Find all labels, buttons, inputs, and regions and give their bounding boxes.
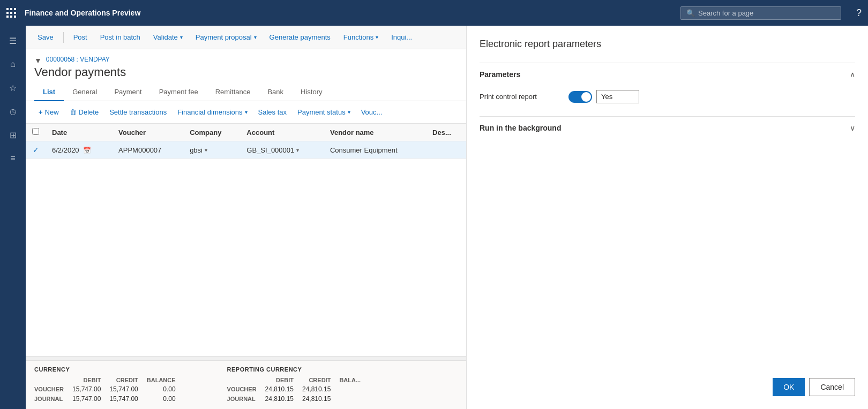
app-title: Finance and Operations Preview bbox=[25, 9, 674, 17]
tab-list[interactable]: List bbox=[34, 84, 64, 101]
credit-col-header: CREDIT bbox=[109, 376, 146, 384]
save-button[interactable]: Save bbox=[32, 30, 59, 44]
search-icon: 🔍 bbox=[686, 9, 695, 17]
validate-arrow: ▾ bbox=[180, 34, 183, 40]
tab-general[interactable]: General bbox=[64, 84, 106, 101]
post-button[interactable]: Post bbox=[68, 30, 93, 44]
journal-debit: 15,747.00 bbox=[72, 394, 109, 404]
company-value: gbsi bbox=[190, 146, 203, 154]
tab-bank[interactable]: Bank bbox=[259, 84, 292, 101]
date-value: 6/2/2020 bbox=[52, 146, 79, 154]
functions-button[interactable]: Functions ▾ bbox=[338, 30, 384, 44]
report-credit-col-header: CREDIT bbox=[302, 376, 339, 384]
report-voucher-balance bbox=[339, 384, 369, 394]
ok-button[interactable]: OK bbox=[773, 378, 805, 396]
sidebar-item-home[interactable]: ⌂ bbox=[2, 54, 24, 75]
voucher-debit: 15,747.00 bbox=[72, 384, 109, 394]
report-journal-label: JOURNAL bbox=[227, 394, 265, 404]
print-control-toggle[interactable] bbox=[568, 91, 592, 103]
run-background-section-title: Run in the background bbox=[480, 124, 561, 132]
row-vendor-name: Consumer Equipment bbox=[324, 141, 426, 159]
balance-col-header: BALANCE bbox=[147, 376, 184, 384]
row-voucher: APPM000007 bbox=[112, 141, 183, 159]
row-check-cell[interactable]: ✓ bbox=[26, 141, 46, 159]
calendar-icon[interactable]: 📅 bbox=[83, 147, 91, 154]
electronic-report-panel: Electronic report parameters Parameters … bbox=[466, 26, 868, 409]
run-background-section: Run in the background bbox=[480, 116, 855, 139]
checkmark-icon: ✓ bbox=[33, 146, 39, 154]
report-journal-credit: 24,810.15 bbox=[302, 394, 339, 404]
journal-credit: 15,747.00 bbox=[109, 394, 146, 404]
payment-status-button[interactable]: Payment status ▾ bbox=[293, 105, 355, 119]
post-batch-button[interactable]: Post in batch bbox=[95, 30, 146, 44]
sidebar-item-workspaces[interactable]: ⊞ bbox=[2, 124, 24, 146]
description-col-header: Des... bbox=[426, 124, 466, 141]
sidebar-item-recent[interactable]: ◷ bbox=[2, 101, 24, 122]
new-button[interactable]: + New bbox=[34, 105, 63, 119]
delete-button[interactable]: 🗑 Delete bbox=[65, 105, 103, 119]
row-date: 6/2/2020 📅 bbox=[46, 141, 112, 159]
select-all-checkbox[interactable] bbox=[32, 128, 39, 135]
report-journal-row: JOURNAL 24,810.15 24,810.15 bbox=[227, 394, 370, 404]
parameters-section-header[interactable]: Parameters bbox=[480, 63, 855, 86]
sidebar-item-favorites[interactable]: ☆ bbox=[2, 77, 24, 99]
payment-status-label: Payment status bbox=[297, 108, 346, 116]
debit-col-header: DEBIT bbox=[72, 376, 109, 384]
validate-button[interactable]: Validate ▾ bbox=[148, 30, 188, 44]
cancel-button[interactable]: Cancel bbox=[809, 378, 855, 396]
filter-icon[interactable]: ▼ bbox=[34, 56, 42, 65]
run-background-chevron-down-icon bbox=[850, 123, 855, 133]
financial-dimensions-button[interactable]: Financial dimensions ▾ bbox=[173, 105, 251, 119]
help-icon[interactable]: ? bbox=[856, 7, 862, 19]
table-row[interactable]: ✓ 6/2/2020 📅 APPM000007 gbsi ▾ bbox=[26, 141, 466, 159]
report-debit-col-header: DEBIT bbox=[265, 376, 302, 384]
horizontal-scrollbar[interactable] bbox=[26, 356, 466, 360]
settle-transactions-button[interactable]: Settle transactions bbox=[105, 105, 171, 119]
separator-1 bbox=[63, 32, 64, 43]
company-dropdown-arrow[interactable]: ▾ bbox=[205, 147, 207, 153]
financial-dim-arrow: ▾ bbox=[245, 109, 248, 115]
tab-payment-fee[interactable]: Payment fee bbox=[151, 84, 207, 101]
post-batch-label: Post in batch bbox=[100, 33, 140, 41]
row-description bbox=[426, 141, 466, 159]
content-pane: Save Post Post in batch Validate ▾ Payme… bbox=[26, 26, 466, 409]
payment-proposal-arrow: ▾ bbox=[254, 34, 257, 40]
tab-remittance[interactable]: Remittance bbox=[207, 84, 259, 101]
sidebar-item-modules[interactable]: ≡ bbox=[2, 148, 24, 169]
inquire-button[interactable]: Inqui... bbox=[386, 30, 417, 44]
vendor-name-col-header: Vendor name bbox=[324, 124, 426, 141]
account-dropdown-arrow[interactable]: ▾ bbox=[296, 147, 299, 153]
tab-history[interactable]: History bbox=[292, 84, 331, 101]
account-value: GB_SI_000001 bbox=[246, 146, 294, 154]
parameters-section-title: Parameters bbox=[480, 70, 520, 79]
generate-payments-button[interactable]: Generate payments bbox=[264, 30, 336, 44]
currency-section-title: CURRENCY bbox=[34, 366, 184, 373]
print-control-toggle-container bbox=[568, 90, 639, 103]
print-control-field-row: Print control report bbox=[480, 90, 855, 103]
company-col-header: Company bbox=[183, 124, 240, 141]
search-bar[interactable]: 🔍 Search for a page bbox=[680, 6, 841, 20]
parameters-section-body: Print control report bbox=[480, 86, 855, 116]
main-area: ☰ ⌂ ☆ ◷ ⊞ ≡ Save Post Post in batch Vali… bbox=[0, 26, 868, 409]
vouch-button[interactable]: Vouc... bbox=[357, 105, 387, 119]
journal-row-label: JOURNAL bbox=[34, 394, 72, 404]
app-grid-icon[interactable] bbox=[6, 8, 16, 18]
payment-proposal-button[interactable]: Payment proposal ▾ bbox=[190, 30, 262, 44]
sidebar-item-hamburger[interactable]: ☰ bbox=[2, 30, 24, 51]
tabs: List General Payment Payment fee Remitta… bbox=[26, 84, 466, 101]
tab-payment[interactable]: Payment bbox=[106, 84, 150, 101]
data-table: Date Voucher Company Account Vendor name… bbox=[26, 124, 466, 159]
plus-icon: + bbox=[39, 108, 43, 116]
sales-tax-button[interactable]: Sales tax bbox=[254, 105, 291, 119]
command-bar: Save Post Post in batch Validate ▾ Payme… bbox=[26, 26, 466, 49]
run-background-section-header[interactable]: Run in the background bbox=[480, 117, 855, 139]
functions-label: Functions bbox=[343, 33, 373, 41]
report-voucher-row: VOUCHER 24,810.15 24,810.15 bbox=[227, 384, 370, 394]
report-balance-col-header: BALA... bbox=[339, 376, 369, 384]
voucher-balance: 0.00 bbox=[147, 384, 184, 394]
print-control-text-input[interactable] bbox=[596, 90, 639, 103]
report-voucher-credit: 24,810.15 bbox=[302, 384, 339, 394]
report-journal-debit: 24,810.15 bbox=[265, 394, 302, 404]
left-sidebar: ☰ ⌂ ☆ ◷ ⊞ ≡ bbox=[0, 26, 26, 409]
page-title: Vendor payments bbox=[34, 65, 458, 79]
